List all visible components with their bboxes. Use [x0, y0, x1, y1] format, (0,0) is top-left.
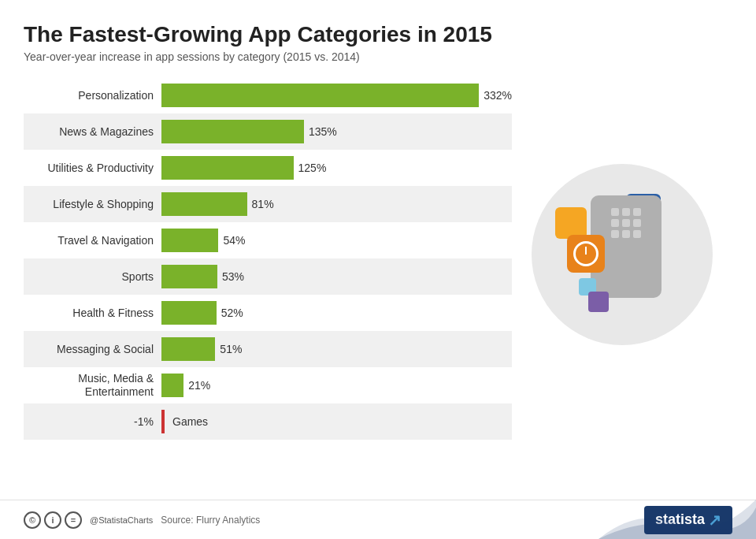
bar-label: Sports [24, 270, 161, 284]
bar-label: -1% [24, 415, 161, 429]
bar-value: 125% [298, 162, 327, 174]
footer: © i = @StatistaCharts Source: Flurry Ana… [0, 500, 756, 539]
bar-row: Sports53% [24, 258, 512, 295]
bar-value: 81% [252, 198, 274, 210]
blue-wave [598, 500, 756, 539]
yellow-square-icon [555, 207, 587, 239]
bar-fill [161, 265, 217, 288]
footer-left: © i = @StatistaCharts Source: Flurry Ana… [24, 511, 260, 529]
circle-bg [532, 164, 713, 345]
bar-value: 51% [220, 343, 242, 355]
stopwatch-inner [573, 241, 598, 266]
equals-icon: = [65, 511, 82, 529]
bar-label: Music, Media &Entertainment [24, 372, 161, 399]
bar-row: Music, Media &Entertainment21% [24, 367, 512, 403]
chart-subtitle: Year-over-year increase in app sessions … [24, 50, 732, 63]
chart-container: The Fastest-Growing App Categories in 20… [0, 0, 756, 539]
bar-track: 51% [161, 337, 512, 361]
bar-track: 332% [161, 84, 512, 107]
footer-source: Source: Flurry Analytics [161, 515, 260, 526]
bar-track: 21% [161, 374, 512, 397]
bars-section: Personalization332%News & Magazines135%U… [24, 77, 512, 440]
bar-fill [161, 120, 304, 143]
bar-value: 52% [221, 307, 243, 319]
bar-row: Messaging & Social51% [24, 331, 512, 367]
bar-label: Travel & Navigation [24, 234, 161, 247]
bar-fill [161, 301, 217, 325]
bar-fill [161, 337, 215, 361]
bar-fill [161, 410, 165, 433]
footer-brand: @StatistaCharts [90, 515, 153, 525]
bar-row: Personalization332% [24, 77, 512, 113]
bar-label: Health & Fitness [24, 307, 161, 320]
bar-track: 52% [161, 301, 512, 325]
bar-value: 53% [222, 270, 244, 283]
bar-fill [161, 374, 183, 397]
cc-icons: © i = [24, 511, 82, 529]
bar-row: Travel & Navigation54% [24, 222, 512, 258]
phone-dots [611, 208, 641, 238]
bar-track: 81% [161, 192, 512, 216]
bar-fill [161, 192, 247, 216]
bar-value: Games [172, 415, 208, 428]
info-icon: i [44, 511, 61, 529]
bar-value: 332% [484, 89, 512, 102]
bar-row: News & Magazines135% [24, 113, 512, 150]
bar-track: 125% [161, 156, 512, 180]
bar-label: Utilities & Productivity [24, 162, 161, 175]
bar-row: Lifestyle & Shopping81% [24, 186, 512, 222]
chart-body: Personalization332%News & Magazines135%U… [24, 77, 732, 440]
bar-label: Messaging & Social [24, 343, 161, 356]
bar-value: 54% [223, 234, 245, 247]
bar-value: 135% [309, 125, 337, 138]
bar-track: 54% [161, 229, 512, 252]
bar-label: Lifestyle & Shopping [24, 198, 161, 211]
chart-title: The Fastest-Growing App Categories in 20… [24, 22, 732, 47]
bar-row: -1%Games [24, 403, 512, 440]
purple-square-icon [588, 292, 609, 312]
bar-label: News & Magazines [24, 125, 161, 139]
bar-row: Health & Fitness52% [24, 295, 512, 331]
bar-track: Games [161, 410, 512, 433]
bar-fill [161, 156, 294, 180]
bar-value: 21% [188, 379, 210, 392]
bar-track: 135% [161, 120, 512, 143]
bar-label: Personalization [24, 89, 161, 102]
bar-fill [161, 229, 218, 252]
illustration-section [512, 69, 732, 440]
bar-track: 53% [161, 265, 512, 288]
bar-row: Utilities & Productivity125% [24, 150, 512, 186]
orange-stopwatch-icon [567, 235, 605, 273]
bar-fill [161, 84, 479, 107]
cc-icon: © [24, 511, 41, 529]
